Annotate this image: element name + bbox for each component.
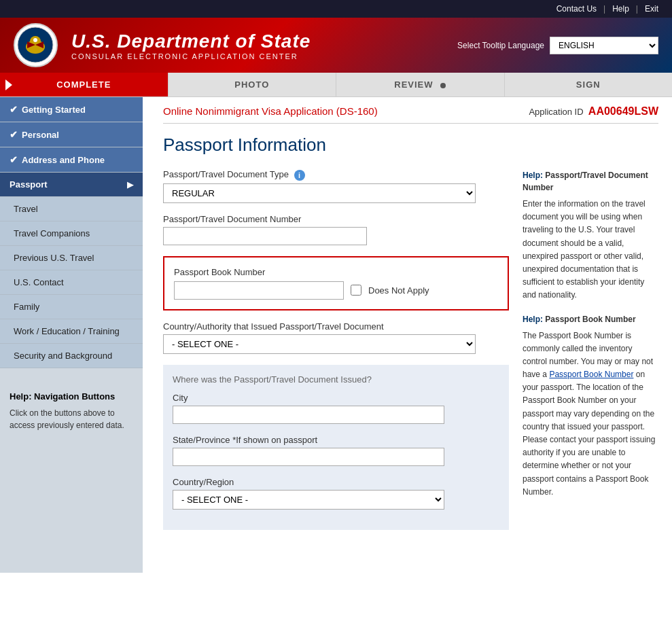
- header-title: U.S. Department of State Consular Electr…: [71, 31, 444, 60]
- contact-us-link[interactable]: Contact Us: [550, 3, 603, 15]
- sidebar-item-security[interactable]: Security and Background: [0, 344, 143, 368]
- sidebar-label-travel-companions: Travel Companions: [14, 228, 90, 238]
- sidebar: ✔Getting Started ✔Personal ✔Address and …: [0, 97, 143, 573]
- issued-section: Where was the Passport/Travel Document I…: [163, 365, 509, 530]
- content-area: Online Nonimmigrant Visa Application (DS…: [143, 97, 672, 573]
- site-header: U.S. Department of State Consular Electr…: [0, 18, 672, 73]
- tab-photo-label: PHOTO: [234, 79, 269, 90]
- sidebar-item-passport[interactable]: Passport ▶: [0, 173, 143, 197]
- form-main: Passport/Travel Document Type i REGULAR …: [163, 169, 509, 541]
- state-label: State/Province *If shown on passport: [173, 435, 499, 445]
- does-not-apply-checkbox[interactable]: [351, 285, 361, 296]
- doc-type-select[interactable]: REGULAR OFFICIAL DIPLOMATIC OTHER: [163, 183, 476, 203]
- passport-arrow-icon: ▶: [127, 180, 133, 190]
- tab-review-label: REVIEW: [394, 79, 433, 90]
- sidebar-help: Help: Navigation Buttons Click on the bu…: [0, 382, 143, 441]
- sidebar-help-text: Click on the buttons above to access pre…: [10, 407, 133, 431]
- sidebar-item-address[interactable]: ✔Address and Phone: [0, 147, 143, 173]
- check-icon-address: ✔: [10, 154, 18, 165]
- sidebar-item-work-education[interactable]: Work / Education / Training: [0, 319, 143, 344]
- doc-type-label: Passport/Travel Document Type i: [163, 169, 509, 181]
- help-title-1: Help: Passport/Travel Document Number: [523, 169, 658, 194]
- issued-where-label: Where was the Passport/Travel Document I…: [173, 374, 499, 385]
- department-subtitle: Consular Electronic Application Center: [71, 52, 444, 60]
- sidebar-item-travel-companions[interactable]: Travel Companions: [0, 221, 143, 246]
- state-input[interactable]: [173, 448, 444, 466]
- help-title-2: Help: Passport Book Number: [523, 313, 658, 325]
- book-number-label: Passport Book Number: [174, 267, 498, 277]
- department-title: U.S. Department of State: [71, 31, 444, 52]
- sidebar-label-work-education: Work / Education / Training: [14, 326, 120, 336]
- sidebar-label-previous-travel: Previous U.S. Travel: [14, 253, 94, 263]
- sidebar-label-travel: Travel: [14, 204, 38, 214]
- sidebar-item-family[interactable]: Family: [0, 295, 143, 319]
- country-authority-select[interactable]: - SELECT ONE -: [163, 334, 476, 354]
- sidebar-label-security: Security and Background: [14, 351, 112, 361]
- country-region-label: Country/Region: [173, 477, 499, 487]
- top-bar: Contact Us | Help | Exit: [0, 0, 672, 18]
- app-id-label: Application ID: [529, 107, 583, 117]
- tab-sign-label: SIGN: [576, 79, 601, 90]
- does-not-apply-label: Does Not Apply: [368, 285, 429, 296]
- form-content: Passport/Travel Document Type i REGULAR …: [163, 169, 658, 541]
- passport-book-section: Passport Book Number Does Not Apply: [163, 256, 509, 310]
- country-authority-group: Country/Authority that Issued Passport/T…: [163, 321, 509, 354]
- sidebar-label-personal: Personal: [22, 130, 59, 140]
- country-region-group: Country/Region - SELECT ONE -: [173, 477, 499, 510]
- application-header: Online Nonimmigrant Visa Application (DS…: [163, 97, 658, 124]
- app-id-value: AA00649LSW: [588, 105, 658, 117]
- doc-type-info-icon[interactable]: i: [294, 170, 305, 181]
- doc-number-input[interactable]: [163, 227, 367, 245]
- passport-book-row: Does Not Apply: [174, 281, 498, 300]
- help-panel: Help: Passport/Travel Document Number En…: [523, 169, 658, 541]
- language-select[interactable]: ENGLISH SPANISH FRENCH PORTUGUESE CHINES…: [550, 37, 658, 54]
- page-title: Passport Information: [163, 135, 658, 156]
- passport-book-number-link[interactable]: Passport Book Number: [549, 370, 633, 379]
- city-group: City: [173, 393, 499, 424]
- main-layout: ✔Getting Started ✔Personal ✔Address and …: [0, 97, 672, 573]
- help-text-2: The Passport Book Number is commonly cal…: [523, 330, 658, 499]
- help-link[interactable]: Help: [605, 3, 636, 15]
- sidebar-item-previous-travel[interactable]: Previous U.S. Travel: [0, 246, 143, 270]
- check-icon-personal: ✔: [10, 129, 18, 140]
- review-dot: [440, 83, 446, 88]
- state-group: State/Province *If shown on passport: [173, 435, 499, 466]
- country-region-select[interactable]: - SELECT ONE -: [173, 490, 444, 510]
- sidebar-item-getting-started[interactable]: ✔Getting Started: [0, 97, 143, 122]
- sidebar-help-title: Help: Navigation Buttons: [10, 391, 133, 402]
- tab-sign[interactable]: SIGN: [505, 73, 673, 96]
- lang-label: Select Tooltip Language: [457, 41, 544, 50]
- book-number-input[interactable]: [174, 281, 344, 300]
- app-title: Online Nonimmigrant Visa Application (DS…: [163, 105, 378, 117]
- app-id: Application ID AA00649LSW: [529, 105, 658, 118]
- language-selector-area: Select Tooltip Language ENGLISH SPANISH …: [457, 37, 658, 54]
- city-label: City: [173, 393, 499, 403]
- tab-complete-label: COMPLETE: [56, 79, 111, 90]
- sidebar-item-us-contact[interactable]: U.S. Contact: [0, 270, 143, 295]
- check-icon-getting-started: ✔: [10, 104, 18, 115]
- doc-number-group: Passport/Travel Document Number: [163, 214, 509, 245]
- svg-rect-5: [31, 47, 33, 52]
- doc-type-group: Passport/Travel Document Type i REGULAR …: [163, 169, 509, 203]
- sidebar-label-us-contact: U.S. Contact: [14, 277, 64, 287]
- country-authority-label: Country/Authority that Issued Passport/T…: [163, 321, 509, 332]
- sidebar-item-travel[interactable]: Travel: [0, 197, 143, 221]
- logo: [14, 23, 58, 67]
- tab-complete[interactable]: COMPLETE: [0, 73, 169, 96]
- svg-point-4: [33, 38, 37, 42]
- tab-photo[interactable]: PHOTO: [169, 73, 337, 96]
- help-text-1: Enter the information on the travel docu…: [523, 198, 658, 302]
- sidebar-label-getting-started: Getting Started: [22, 105, 86, 115]
- tab-review[interactable]: REVIEW: [336, 73, 505, 96]
- sidebar-item-personal[interactable]: ✔Personal: [0, 122, 143, 147]
- city-input[interactable]: [173, 406, 444, 424]
- sidebar-label-family: Family: [14, 302, 39, 312]
- sidebar-label-passport: Passport: [10, 179, 48, 190]
- doc-number-label: Passport/Travel Document Number: [163, 214, 509, 224]
- sidebar-label-address: Address and Phone: [22, 155, 105, 165]
- exit-link[interactable]: Exit: [638, 3, 665, 15]
- progress-tabs: COMPLETE PHOTO REVIEW SIGN: [0, 73, 672, 97]
- svg-rect-6: [38, 47, 41, 52]
